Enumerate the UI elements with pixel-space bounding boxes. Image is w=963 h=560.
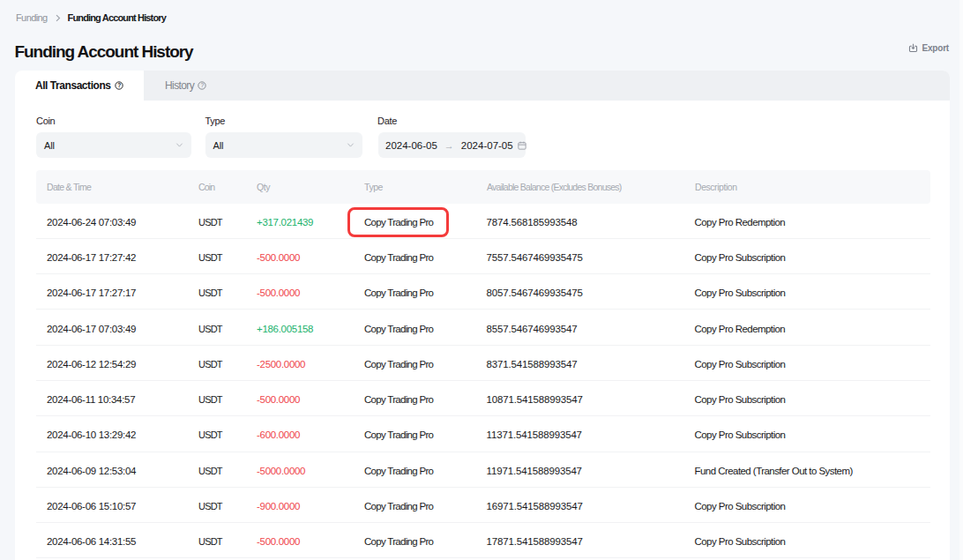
svg-text:?: ? [117,82,121,88]
svg-text:?: ? [201,82,205,88]
